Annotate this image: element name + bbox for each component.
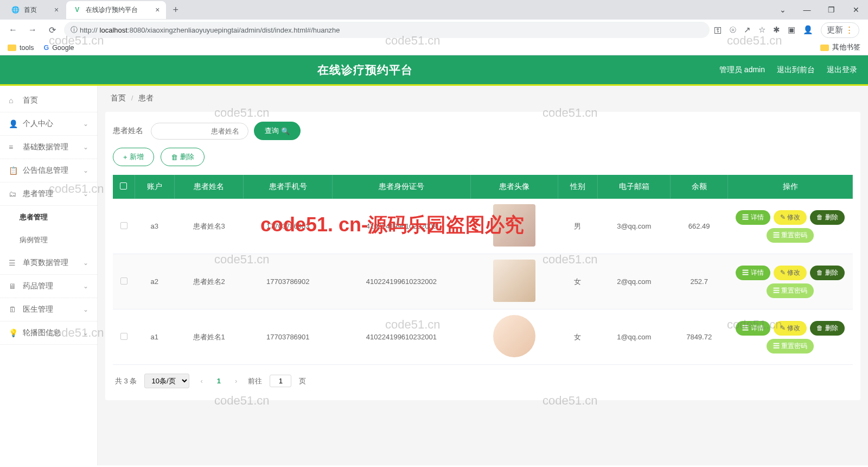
logout-link[interactable]: 退出登录 (827, 65, 857, 75)
cell-name: 患者姓名3 (174, 199, 243, 254)
bookmark-google[interactable]: GGoogle (43, 44, 74, 52)
reset-password-button[interactable]: ☰ 重置密码 (767, 283, 814, 298)
search-label: 患者姓名 (113, 126, 143, 136)
cell-balance: 662.49 (671, 199, 728, 254)
app-header: 在线诊疗预约平台 管理员 admin 退出到前台 退出登录 (0, 55, 868, 86)
sidebar-item-pagedata[interactable]: ☰单页数据管理⌄ (0, 251, 97, 275)
col-phone: 患者手机号 (244, 175, 333, 199)
row-delete-button[interactable]: 🗑 删除 (810, 210, 844, 225)
col-idcard: 患者身份证号 (333, 175, 470, 199)
edit-button[interactable]: ✎ 修改 (774, 210, 807, 225)
goto-input[interactable] (270, 375, 291, 387)
browser-tab-1[interactable]: 🌐 首页 × (4, 1, 65, 19)
delete-button[interactable]: 🗑 删除 (161, 148, 205, 166)
patient-table: 账户 患者姓名 患者手机号 患者身份证号 患者头像 性别 电子邮箱 余额 操作 … (113, 175, 853, 365)
key-icon[interactable]: ⚿ (714, 26, 722, 35)
exit-front-link[interactable]: 退出到前台 (777, 65, 815, 75)
back-icon[interactable]: ← (5, 25, 21, 35)
sidebar-item-patient[interactable]: 🗂患者管理⌄ (0, 182, 97, 206)
close-icon[interactable]: × (155, 5, 159, 14)
panel-icon[interactable]: ▣ (788, 25, 795, 35)
browser-tab-2[interactable]: V 在线诊疗预约平台 × (66, 1, 166, 19)
plus-icon: + (123, 153, 127, 161)
maximize-icon[interactable]: ❐ (819, 0, 844, 20)
cell-phone: 17703786901 (244, 310, 333, 365)
breadcrumb-home[interactable]: 首页 (111, 94, 126, 102)
cell-idcard: 410224199610232002 (333, 254, 470, 310)
col-email: 电子邮箱 (598, 175, 671, 199)
sidebar-item-basedata[interactable]: ≡基础数据管理⌄ (0, 136, 97, 159)
page-unit: 页 (299, 376, 306, 386)
sidebar-sub-patient-manage[interactable]: 患者管理 (0, 206, 97, 229)
star-icon[interactable]: ☆ (758, 25, 765, 35)
chevron-down-icon: ⌄ (83, 143, 88, 151)
cell-name: 患者姓名1 (174, 310, 243, 365)
breadcrumb-current: 患者 (138, 94, 154, 102)
update-button[interactable]: 更新 ⋮ (821, 22, 859, 38)
chevron-down-icon: ⌄ (83, 120, 88, 128)
tab-bar: 🌐 首页 × V 在线诊疗预约平台 × + ⌄ — ❐ ✕ (0, 0, 868, 20)
search-input[interactable] (151, 123, 248, 140)
cell-idcard: 410224199610232003 (333, 199, 470, 254)
detail-button[interactable]: ☰ 详情 (736, 210, 770, 225)
sidebar-sub-case-manage[interactable]: 病例管理 (0, 229, 97, 251)
edit-button[interactable]: ✎ 修改 (774, 321, 807, 336)
detail-button[interactable]: ☰ 详情 (736, 266, 770, 280)
forward-icon[interactable]: → (25, 25, 40, 35)
sidebar-item-doctor[interactable]: 🗓医生管理⌄ (0, 298, 97, 321)
row-checkbox[interactable] (120, 333, 127, 340)
cell-idcard: 410224199610232001 (333, 310, 470, 365)
avatar (493, 315, 535, 357)
folder-icon (820, 45, 829, 51)
new-tab-button[interactable]: + (167, 4, 184, 16)
cell-balance: 252.7 (671, 254, 728, 310)
extensions-icon[interactable]: ✱ (773, 25, 780, 35)
next-page-button[interactable]: › (232, 377, 240, 385)
col-avatar: 患者头像 (470, 175, 558, 199)
reset-password-button[interactable]: ☰ 重置密码 (767, 228, 814, 243)
close-icon[interactable]: × (54, 5, 59, 14)
address-bar: ← → ⟳ ⓘ http://localhost:8080/xiaoxingzh… (0, 20, 868, 40)
admin-label[interactable]: 管理员 admin (719, 65, 765, 75)
app-title: 在线诊疗预约平台 (11, 62, 719, 78)
chevron-down-icon: ⌄ (83, 259, 88, 267)
bookmark-bar: tools GGoogle 其他书签 (0, 40, 868, 55)
row-delete-button[interactable]: 🗑 删除 (810, 266, 844, 280)
folder-icon (8, 45, 16, 51)
col-gender: 性别 (558, 175, 597, 199)
calendar-icon: 🗓 (9, 305, 18, 314)
dropdown-icon[interactable]: ⌄ (770, 0, 795, 20)
pagesize-select[interactable]: 10条/页 (144, 374, 189, 388)
reset-password-button[interactable]: ☰ 重置密码 (767, 339, 814, 354)
add-button[interactable]: + 新增 (113, 148, 154, 166)
profile-icon[interactable]: 👤 (803, 25, 813, 35)
sidebar-item-profile[interactable]: 👤个人中心⌄ (0, 112, 97, 136)
table-row: a1 患者姓名1 17703786901 410224199610232001 … (113, 310, 853, 365)
cell-balance: 7849.72 (671, 310, 728, 365)
sidebar-item-notice[interactable]: 📋公告信息管理⌄ (0, 159, 97, 182)
row-delete-button[interactable]: 🗑 删除 (810, 321, 844, 336)
row-checkbox[interactable] (120, 277, 127, 285)
pagination: 共 3 条 10条/页 ‹ 1 › 前往 页 (113, 365, 853, 390)
edit-button[interactable]: ✎ 修改 (774, 266, 807, 280)
translate-icon[interactable]: ⦾ (730, 25, 736, 35)
sidebar-item-home[interactable]: ⌂首页 (0, 89, 97, 112)
detail-button[interactable]: ☰ 详情 (736, 321, 770, 336)
page-number[interactable]: 1 (214, 377, 224, 385)
url-input[interactable]: ⓘ http://localhost:8080/xiaoxingzhenliao… (64, 22, 710, 38)
sidebar-item-drug[interactable]: 🖥药品管理⌄ (0, 275, 97, 298)
close-icon[interactable]: ✕ (844, 0, 868, 20)
reload-icon[interactable]: ⟳ (44, 25, 60, 35)
sidebar-item-carousel[interactable]: 💡轮播图信息⌄ (0, 321, 97, 345)
bookmark-other[interactable]: 其他书签 (820, 43, 860, 52)
minimize-icon[interactable]: — (795, 0, 819, 20)
table-row: a3 患者姓名3 17703786903 410224199610232003 … (113, 199, 853, 254)
col-balance: 余额 (671, 175, 728, 199)
share-icon[interactable]: ↗ (744, 25, 751, 35)
cell-account: a1 (135, 310, 174, 365)
query-button[interactable]: 查询 🔍 (254, 122, 301, 140)
row-checkbox[interactable] (120, 222, 127, 229)
select-all-checkbox[interactable] (120, 182, 127, 190)
bookmark-tools[interactable]: tools (8, 44, 34, 52)
prev-page-button[interactable]: ‹ (197, 377, 206, 385)
